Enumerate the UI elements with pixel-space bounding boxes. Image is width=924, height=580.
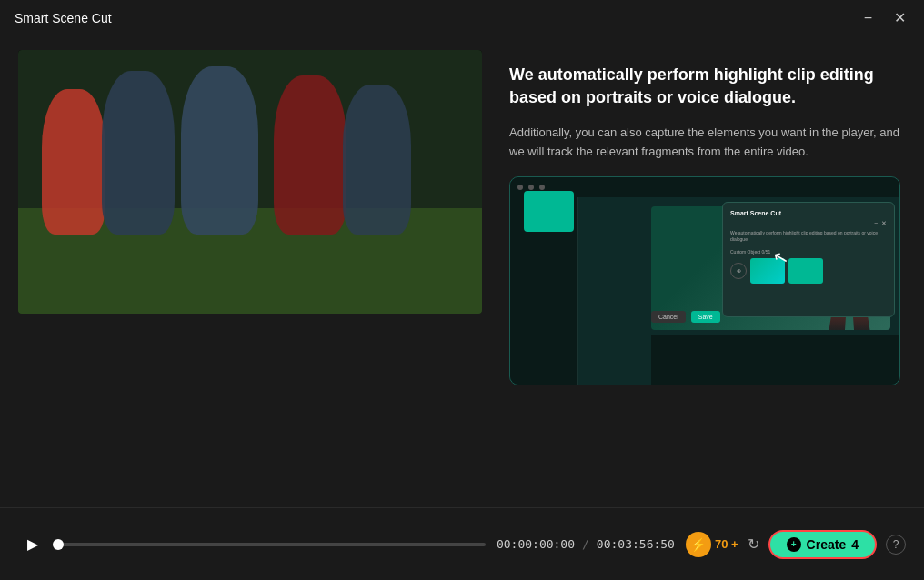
- preview-cancel-button[interactable]: Cancel: [651, 311, 686, 323]
- preview-save-button[interactable]: Save: [691, 311, 720, 323]
- progress-handle[interactable]: [53, 539, 64, 550]
- create-button-count: 4: [851, 537, 859, 552]
- preview-dialog: Smart Scene Cut − ✕ We automatically per…: [722, 202, 895, 317]
- player-5: [343, 85, 411, 235]
- total-time: 00:03:56:50: [597, 537, 675, 551]
- preview-thumb-2: [788, 258, 823, 284]
- minimize-button[interactable]: −: [860, 9, 876, 27]
- preview-sidebar: [510, 197, 578, 385]
- preview-inner: Cancel Save Smart Scene Cut − ✕: [510, 177, 899, 385]
- preview-main-area: Cancel Save Smart Scene Cut − ✕: [578, 197, 899, 385]
- play-button[interactable]: ▶: [18, 530, 47, 559]
- ai-badge[interactable]: ⚡ 70 +: [686, 532, 738, 557]
- titlebar: Smart Scene Cut − ✕: [0, 0, 924, 36]
- close-button[interactable]: ✕: [890, 9, 909, 27]
- preview-dialog-text: We automatically perform highlight clip …: [730, 230, 887, 244]
- video-container: [18, 50, 482, 314]
- right-panel: We automatically perform highlight clip …: [509, 45, 906, 498]
- bottom-controls: ▶ 00:00:00:00 / 00:03:56:50 ⚡ 70 + ↻ + C…: [0, 507, 924, 580]
- bottom-right-controls: ⚡ 70 + ↻ + Create 4 ?: [686, 530, 906, 559]
- help-button[interactable]: ?: [886, 535, 906, 555]
- time-display: 00:00:00:00 / 00:03:56:50: [497, 537, 675, 551]
- app-title: Smart Scene Cut: [15, 11, 112, 25]
- preview-action-buttons: Cancel Save: [651, 311, 720, 323]
- toolbar-dot-2: [528, 185, 534, 190]
- preview-dialog-close[interactable]: −: [874, 220, 878, 227]
- ai-count: 70 +: [715, 537, 738, 551]
- time-separator: /: [582, 537, 589, 551]
- create-button-label: Create: [807, 537, 847, 552]
- player-4: [274, 75, 346, 235]
- create-button-icon: +: [787, 537, 801, 552]
- preview-teal-thumbnail: [524, 191, 574, 232]
- main-layout: We automatically perform highlight clip …: [0, 36, 924, 507]
- current-time: 00:00:00:00: [497, 537, 575, 551]
- player-2: [102, 71, 175, 235]
- toolbar-dot-1: [517, 185, 523, 190]
- left-panel: [18, 45, 482, 498]
- preview-timeline: [651, 335, 899, 385]
- toolbar-dot-3: [539, 185, 545, 190]
- progress-bar[interactable]: [58, 543, 486, 546]
- window-controls: − ✕: [860, 9, 909, 27]
- video-scene: [18, 50, 482, 314]
- preview-dialog-x[interactable]: ✕: [881, 220, 887, 227]
- preview-container: Cancel Save Smart Scene Cut − ✕: [509, 176, 900, 385]
- player-3: [181, 66, 258, 235]
- create-button[interactable]: + Create 4: [768, 530, 877, 559]
- refresh-button[interactable]: ↻: [748, 535, 759, 553]
- player-1: [42, 89, 105, 235]
- info-description: Additionally, you can also capture the e…: [509, 124, 906, 162]
- ai-icon: ⚡: [686, 532, 711, 557]
- preview-dialog-title: Smart Scene Cut: [730, 210, 887, 216]
- preview-body: Cancel Save Smart Scene Cut − ✕: [510, 197, 899, 385]
- info-title: We automatically perform highlight clip …: [509, 64, 906, 109]
